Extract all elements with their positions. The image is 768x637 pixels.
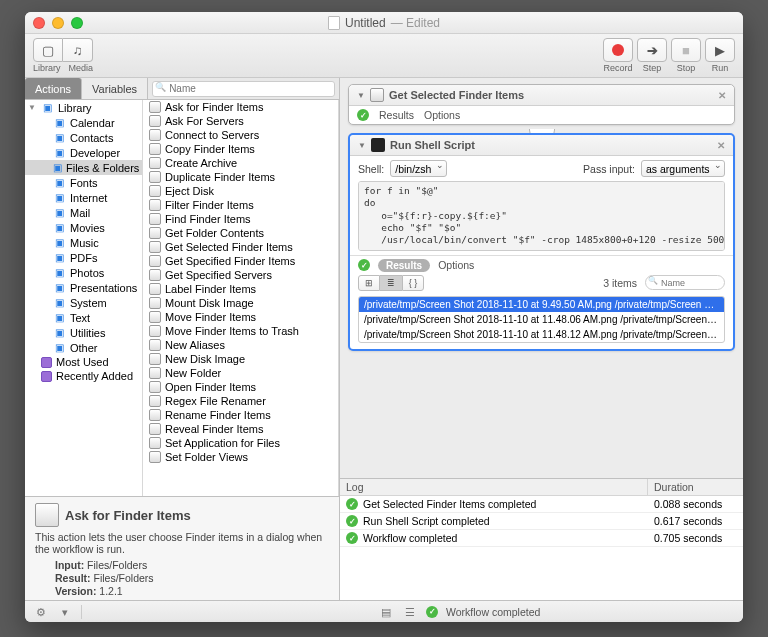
library-category[interactable]: ▣System: [25, 295, 142, 310]
library-category[interactable]: ▣Presentations: [25, 280, 142, 295]
library-category[interactable]: ▣Fonts: [25, 175, 142, 190]
divider: [81, 605, 82, 619]
library-category[interactable]: ▣Developer: [25, 145, 142, 160]
library-action[interactable]: Get Folder Contents: [143, 226, 338, 240]
library-action[interactable]: Create Archive: [143, 156, 338, 170]
folder-icon: ▣: [53, 341, 66, 354]
tab-actions[interactable]: Actions: [25, 78, 82, 99]
footer-toggle-icon[interactable]: ▾: [57, 605, 73, 619]
library-action[interactable]: New Aliases: [143, 338, 338, 352]
library-category[interactable]: ▣PDFs: [25, 250, 142, 265]
library-action[interactable]: Eject Disk: [143, 184, 338, 198]
library-action[interactable]: Duplicate Finder Items: [143, 170, 338, 184]
action-run-shell-script[interactable]: ▼ Run Shell Script ✕ Shell: /bin/zsh Pas…: [348, 133, 735, 351]
run-button[interactable]: ▶: [705, 38, 735, 62]
log-row[interactable]: ✓Get Selected Finder Items completed0.08…: [340, 496, 743, 513]
stop-button[interactable]: ■: [671, 38, 701, 62]
result-row[interactable]: /private/tmp/Screen Shot 2018-11-10 at 1…: [359, 312, 724, 327]
log-header-log[interactable]: Log: [340, 479, 648, 495]
library-action[interactable]: Get Selected Finder Items: [143, 240, 338, 254]
library-panel: Actions Variables ▼▣Library▣Calendar▣Con…: [25, 78, 340, 600]
tab-variables[interactable]: Variables: [82, 78, 148, 99]
minimize-window-button[interactable]: [52, 17, 64, 29]
library-action[interactable]: Reveal Finder Items: [143, 422, 338, 436]
action-icon: [149, 185, 161, 197]
settings-gear-icon[interactable]: ⚙: [33, 605, 49, 619]
library-category[interactable]: ▣Mail: [25, 205, 142, 220]
success-check-icon: ✓: [358, 259, 370, 271]
library-toggle-button[interactable]: ▢: [33, 38, 63, 62]
library-category[interactable]: ▣Text: [25, 310, 142, 325]
media-toggle-button[interactable]: ♫: [63, 38, 93, 62]
library-action[interactable]: Ask for Finder Items: [143, 100, 338, 114]
pass-input-select[interactable]: as arguments: [641, 160, 725, 177]
library-search-input[interactable]: [152, 81, 335, 97]
library-category[interactable]: ▣Files & Folders: [25, 160, 142, 175]
library-action[interactable]: New Folder: [143, 366, 338, 380]
view-icons-button[interactable]: ⊞: [358, 275, 380, 291]
action-icon: [149, 269, 161, 281]
results-view-toggle[interactable]: ⊞ ≣ { }: [358, 275, 424, 291]
library-action[interactable]: Get Specified Servers: [143, 268, 338, 282]
library-action[interactable]: Get Specified Finder Items: [143, 254, 338, 268]
library-category[interactable]: ▣Calendar: [25, 115, 142, 130]
disclosure-icon[interactable]: ▼: [358, 141, 366, 150]
view-list-button[interactable]: ≣: [380, 275, 402, 291]
result-row[interactable]: /private/tmp/Screen Shot 2018-11-10 at 1…: [359, 327, 724, 342]
close-action-button[interactable]: ✕: [717, 140, 725, 151]
library-action[interactable]: Set Folder Views: [143, 450, 338, 464]
library-category[interactable]: ▣Other: [25, 340, 142, 355]
library-action[interactable]: Open Finder Items: [143, 380, 338, 394]
action2-options-tab[interactable]: Options: [438, 259, 474, 271]
library-action[interactable]: Find Finder Items: [143, 212, 338, 226]
action-icon: [149, 115, 161, 127]
step-button[interactable]: ➔: [637, 38, 667, 62]
library-root[interactable]: ▼▣Library: [25, 100, 142, 115]
library-action[interactable]: Copy Finder Items: [143, 142, 338, 156]
library-category[interactable]: ▣Utilities: [25, 325, 142, 340]
footer-log-icon[interactable]: ☰: [402, 605, 418, 619]
record-button[interactable]: [603, 38, 633, 62]
shell-script-editor[interactable]: for f in "$@" do o="${f:r}-copy.${f:e}" …: [358, 181, 725, 251]
library-category[interactable]: ▣Photos: [25, 265, 142, 280]
action-icon: [149, 381, 161, 393]
zoom-window-button[interactable]: [71, 17, 83, 29]
library-action[interactable]: Move Finder Items: [143, 310, 338, 324]
shell-select[interactable]: /bin/zsh: [390, 160, 447, 177]
library-action[interactable]: Connect to Servers: [143, 128, 338, 142]
library-action[interactable]: Rename Finder Items: [143, 408, 338, 422]
library-action[interactable]: New Disk Image: [143, 352, 338, 366]
folder-icon: ▣: [53, 326, 66, 339]
results-search-input[interactable]: [645, 275, 725, 290]
library-category[interactable]: ▣Music: [25, 235, 142, 250]
success-check-icon: ✓: [357, 109, 369, 121]
library-smart-folder[interactable]: Recently Added: [25, 369, 142, 383]
library-action[interactable]: Filter Finder Items: [143, 198, 338, 212]
library-action[interactable]: Mount Disk Image: [143, 296, 338, 310]
library-category[interactable]: ▣Contacts: [25, 130, 142, 145]
library-category[interactable]: ▣Movies: [25, 220, 142, 235]
library-action[interactable]: Set Application for Files: [143, 436, 338, 450]
library-action[interactable]: Move Finder Items to Trash: [143, 324, 338, 338]
action1-results-tab[interactable]: Results: [379, 109, 414, 121]
library-action[interactable]: Label Finder Items: [143, 282, 338, 296]
folder-icon: ▣: [53, 221, 66, 234]
footer-list-icon[interactable]: ▤: [378, 605, 394, 619]
log-row[interactable]: ✓Run Shell Script completed0.617 seconds: [340, 513, 743, 530]
action-get-selected-finder-items[interactable]: ▼ Get Selected Finder Items ✕ ✓ Results …: [348, 84, 735, 125]
log-row[interactable]: ✓Workflow completed0.705 seconds: [340, 530, 743, 547]
close-action-button[interactable]: ✕: [718, 90, 726, 101]
disclosure-icon[interactable]: ▼: [357, 91, 365, 100]
view-braces-button[interactable]: { }: [402, 275, 424, 291]
folder-icon: ▣: [53, 116, 66, 129]
library-action[interactable]: Ask For Servers: [143, 114, 338, 128]
action2-results-tab[interactable]: Results: [378, 259, 430, 272]
folder-icon: ▣: [53, 281, 66, 294]
library-action[interactable]: Regex File Renamer: [143, 394, 338, 408]
log-header-duration[interactable]: Duration: [648, 479, 743, 495]
result-row[interactable]: /private/tmp/Screen Shot 2018-11-10 at 9…: [359, 297, 724, 312]
close-window-button[interactable]: [33, 17, 45, 29]
library-smart-folder[interactable]: Most Used: [25, 355, 142, 369]
action1-options-tab[interactable]: Options: [424, 109, 460, 121]
library-category[interactable]: ▣Internet: [25, 190, 142, 205]
